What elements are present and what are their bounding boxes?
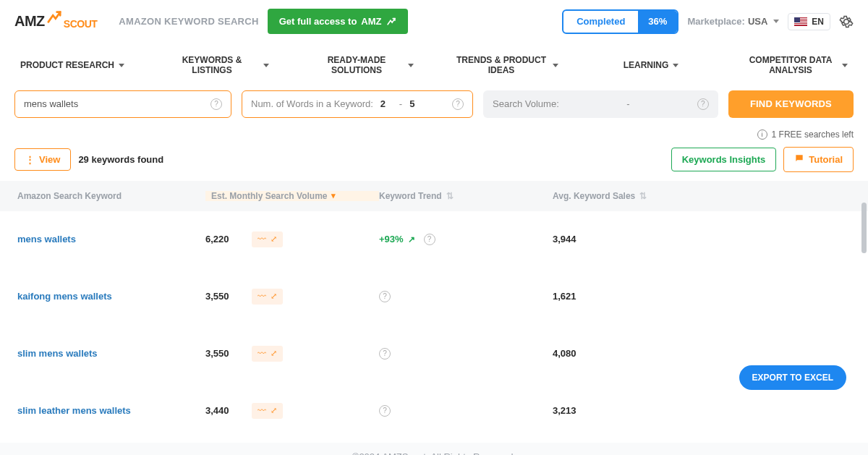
full-access-button[interactable]: Get full access to AMZ <box>268 9 408 34</box>
nav-learning[interactable]: LEARNING <box>579 49 723 82</box>
table-header: Amazon Search Keyword Est. Monthly Searc… <box>0 181 868 211</box>
marketplace-label: Marketplace: <box>687 16 744 27</box>
keyword-link[interactable]: slim mens wallets <box>17 348 98 359</box>
sales-value: 3,213 <box>553 405 576 416</box>
chevron-down-icon <box>119 64 124 67</box>
words-max[interactable]: 5 <box>409 98 421 109</box>
view-button[interactable]: ⋮ View <box>14 148 71 171</box>
volume-value: 6,220 <box>205 234 237 244</box>
search-volume-filter[interactable]: Search Volume: - ? <box>483 90 718 118</box>
progress-pct: 36% <box>638 11 677 33</box>
options-icon: ⋮ <box>25 154 35 165</box>
sort-icon: ⇅ <box>639 191 647 201</box>
sales-value: 1,621 <box>553 291 576 302</box>
marketplace-value: USA <box>748 16 767 27</box>
page-title: AMAZON KEYWORD SEARCH <box>119 16 258 27</box>
keyword-input[interactable] <box>24 98 210 109</box>
main-nav: PRODUCT RESEARCH KEYWORDS & LISTINGS REA… <box>0 43 868 88</box>
cta-arrow-icon <box>386 17 396 26</box>
expand-icon: ⤢ <box>271 406 277 415</box>
volume-value: 3,550 <box>205 291 237 302</box>
table-row: kaifong mens wallets 3,550〰⤢ ? 1,621 <box>0 268 868 326</box>
sort-desc-icon: ▾ <box>331 191 336 200</box>
expand-icon: ⤢ <box>271 234 277 244</box>
trend-spark-badge[interactable]: 〰⤢ <box>252 346 283 362</box>
sparkline-icon: 〰 <box>258 292 266 302</box>
action-row: ⋮ View 29 keywords found Keywords Insigh… <box>0 147 868 181</box>
results-count: 29 keywords found <box>78 154 163 165</box>
col-volume[interactable]: Est. Monthly Search Volume ▾ <box>205 191 379 201</box>
words-label: Num. of Words in a Keyword: <box>251 98 373 109</box>
sort-icon: ⇅ <box>446 191 454 201</box>
logo-arrow-icon <box>46 10 62 28</box>
keywords-insights-button[interactable]: Keywords Insights <box>671 148 777 171</box>
keyword-link[interactable]: kaifong mens wallets <box>17 291 112 302</box>
nav-competitor-data[interactable]: COMPETITOR DATA ANALYSIS <box>723 49 868 82</box>
nav-keywords-listings[interactable]: KEYWORDS & LISTINGS <box>145 49 289 82</box>
col-sales[interactable]: Avg. Keyword Sales ⇅ <box>553 191 683 201</box>
chat-icon <box>794 153 804 166</box>
help-icon[interactable]: ? <box>424 234 435 245</box>
logo[interactable]: AMZ SCOUT <box>14 13 97 30</box>
cta-prefix: Get full access to <box>279 16 357 27</box>
help-icon[interactable]: ? <box>379 348 391 360</box>
volume-dash: - <box>559 98 697 109</box>
language-selector[interactable]: EN <box>788 13 830 30</box>
find-keywords-button[interactable]: FIND KEYWORDS <box>728 90 854 118</box>
tutorial-button[interactable]: Tutorial <box>783 147 854 172</box>
chevron-down-icon <box>263 64 269 67</box>
marketplace-selector[interactable]: Marketplace: USA <box>687 16 779 27</box>
chevron-down-icon <box>842 64 848 67</box>
trend-spark-badge[interactable]: 〰⤢ <box>252 403 283 419</box>
volume-value: 3,550 <box>205 348 237 359</box>
help-icon[interactable]: ? <box>379 405 391 417</box>
trend-value: +93%↗ <box>379 234 415 244</box>
chevron-down-icon <box>673 64 678 67</box>
volume-label: Search Volume: <box>493 98 559 109</box>
sparkline-icon: 〰 <box>258 349 266 359</box>
trend-spark-badge[interactable]: 〰⤢ <box>252 289 283 305</box>
help-icon[interactable]: ? <box>379 291 391 302</box>
settings-icon[interactable] <box>839 14 854 29</box>
trend-up-icon: ↗ <box>408 234 415 244</box>
progress-pill[interactable]: Completed 36% <box>562 9 678 34</box>
nav-ready-made[interactable]: READY-MADE SOLUTIONS <box>289 49 434 82</box>
filter-row: ? Num. of Words in a Keyword: 2 - 5 ? Se… <box>0 88 868 122</box>
free-searches-notice: i 1 FREE searches left <box>757 129 854 140</box>
logo-amz: AMZ <box>14 13 45 30</box>
keyword-input-box[interactable]: ? <box>14 90 231 118</box>
table-row: slim leather mens wallets 3,440〰⤢ ? 3,21… <box>0 383 868 440</box>
table-row: mens wallets 6,220〰⤢ +93%↗ ? 3,944 <box>0 211 868 268</box>
expand-icon: ⤢ <box>271 349 277 358</box>
footer: ©2024 AMZScout. All Rights Reserved. <box>0 443 868 455</box>
chevron-down-icon <box>408 64 414 67</box>
sparkline-icon: 〰 <box>258 406 266 416</box>
progress-label: Completed <box>563 16 638 27</box>
trend-spark-badge[interactable]: 〰⤢ <box>252 231 283 247</box>
words-min[interactable]: 2 <box>380 98 392 109</box>
chevron-down-icon <box>773 20 779 23</box>
volume-value: 3,440 <box>205 405 237 416</box>
help-icon[interactable]: ? <box>452 98 464 110</box>
table-row: slim mens wallets 3,550〰⤢ ? 4,080 <box>0 326 868 383</box>
col-trend[interactable]: Keyword Trend ⇅ <box>379 191 553 201</box>
sales-value: 3,944 <box>553 234 576 244</box>
nav-product-research[interactable]: PRODUCT RESEARCH <box>0 49 145 82</box>
col-keyword[interactable]: Amazon Search Keyword <box>17 191 205 201</box>
keyword-link[interactable]: slim leather mens wallets <box>17 405 131 416</box>
help-icon[interactable]: ? <box>210 98 222 110</box>
scrollbar-thumb[interactable] <box>861 203 867 253</box>
help-icon[interactable]: ? <box>697 98 709 110</box>
logo-scout: SCOUT <box>64 18 98 30</box>
sparkline-icon: 〰 <box>258 234 266 244</box>
info-icon: i <box>757 129 767 140</box>
sales-value: 4,080 <box>553 348 576 359</box>
us-flag-icon <box>794 17 807 26</box>
word-count-filter[interactable]: Num. of Words in a Keyword: 2 - 5 ? <box>242 90 473 118</box>
cta-brand: AMZ <box>361 16 381 27</box>
export-to-excel-button[interactable]: EXPORT TO EXCEL <box>739 365 846 390</box>
expand-icon: ⤢ <box>271 292 277 301</box>
table-body: mens wallets 6,220〰⤢ +93%↗ ? 3,944 kaifo… <box>0 211 868 440</box>
nav-trends-ideas[interactable]: TRENDS & PRODUCT IDEAS <box>434 49 579 82</box>
keyword-link[interactable]: mens wallets <box>17 234 76 244</box>
